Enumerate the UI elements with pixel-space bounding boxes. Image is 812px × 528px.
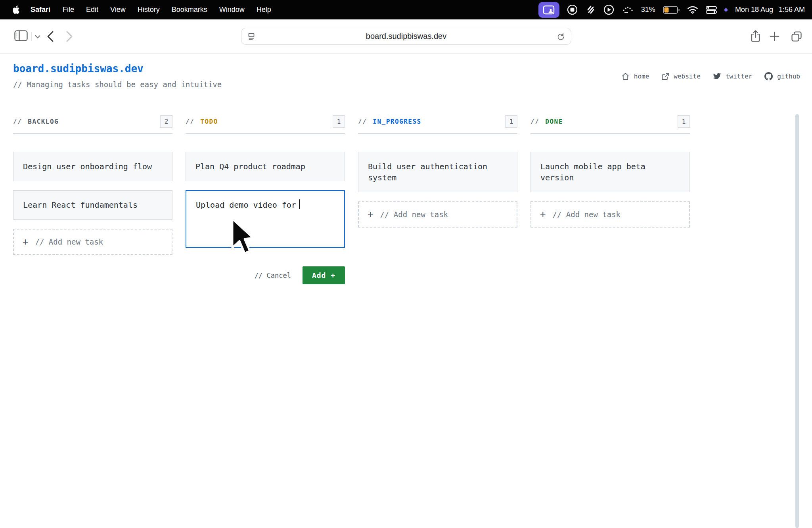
text-caret [299,199,300,209]
page-scrollbar[interactable] [795,114,799,528]
menu-safari[interactable]: Safari [24,6,57,14]
date-label: Mon 18 Aug [735,6,773,14]
control-center-icon[interactable] [706,6,717,14]
add-task-label: // Add new task [35,237,103,246]
column-header: // TODO 1 [186,115,345,128]
column-rule [358,133,517,134]
menu-bookmarks[interactable]: Bookmarks [166,6,213,14]
voice-control-icon[interactable] [585,4,596,15]
column-label: TODO [200,118,218,125]
apple-menu-icon[interactable] [13,6,19,14]
page-tagline: // Managing tasks should be easy and int… [13,80,222,89]
count-badge: 1 [333,115,345,128]
menu-file[interactable]: File [57,6,80,14]
url-text: board.sudipbiswas.dev [366,32,446,41]
column-label: IN_PROGRESS [373,118,421,125]
nav-label: website [674,73,700,80]
column-todo: // TODO 1 Plan Q4 product roadmap Upload… [186,115,345,284]
dictation-dots-icon[interactable] [622,5,634,15]
toolbar-divider [31,32,32,41]
column-backlog: // BACKLOG 2 Design user onboarding flow… [13,115,172,255]
add-task-button[interactable]: + // Add new task [13,229,172,255]
home-icon [621,72,630,80]
task-card[interactable]: Launch mobile app beta version [530,152,690,192]
nav-link-website[interactable]: website [661,73,700,80]
time-label: 1:56 AM [779,6,805,14]
reload-icon[interactable] [557,33,565,41]
chevron-down-icon[interactable] [35,35,40,38]
menu-view[interactable]: View [104,6,132,14]
menu-window[interactable]: Window [213,6,251,14]
nav-link-github[interactable]: github [764,72,800,80]
column-header: // DONE 1 [530,115,690,128]
new-task-input[interactable]: Upload demo video for [186,190,345,248]
add-task-button[interactable]: + // Add new task [530,201,690,228]
forward-button[interactable] [65,31,73,42]
nav-label: github [777,73,800,80]
nav-label: home [634,73,649,80]
column-rule [530,133,690,134]
column-label: DONE [545,118,563,125]
address-bar[interactable]: board.sudipbiswas.dev [241,28,571,45]
column-header: // BACKLOG 2 [13,115,172,128]
sidebar-toggle-icon[interactable] [14,30,28,41]
board-page: board.sudipbiswas.dev // Managing tasks … [0,54,812,528]
column-rule [186,133,345,134]
screen-sharing-icon[interactable] [538,2,559,18]
battery-percent: 31% [641,6,655,14]
task-card[interactable]: Learn React fundamentals [13,190,172,220]
menu-help[interactable]: Help [251,6,277,14]
new-task-actions: // Cancel Add + [186,266,345,284]
task-card[interactable]: Design user onboarding flow [13,152,172,181]
play-status-icon[interactable] [603,4,614,15]
plus-icon: + [540,210,546,219]
status-dot [724,8,728,11]
column-in-progress: // IN_PROGRESS 1 Build user authenticati… [358,115,517,228]
back-button[interactable] [46,31,54,42]
battery-icon [663,6,680,14]
add-task-label: // Add new task [552,210,620,219]
add-task-button[interactable]: + // Add new task [358,201,517,228]
macos-menu-bar: Safari File Edit View History Bookmarks … [0,0,812,19]
menu-bar-clock[interactable]: Mon 18 Aug 1:56 AM [735,6,805,14]
tab-overview-icon[interactable] [791,31,802,42]
count-badge: 1 [678,115,690,128]
plus-icon: + [23,237,28,247]
twitter-icon [713,73,721,80]
column-rule [13,133,172,134]
column-header: // IN_PROGRESS 1 [358,115,517,128]
screen-record-stop-icon[interactable] [567,4,578,15]
column-done: // DONE 1 Launch mobile app beta version… [530,115,690,228]
github-icon [764,72,773,80]
column-prefix: // [13,118,22,125]
share-icon[interactable] [751,30,760,42]
column-prefix: // [530,118,539,125]
add-task-label: // Add new task [380,210,448,219]
menu-edit[interactable]: Edit [80,6,104,14]
new-task-input-text: Upload demo video for [196,200,296,210]
new-tab-icon[interactable] [770,31,779,41]
column-prefix: // [358,118,367,125]
cancel-button[interactable]: // Cancel [255,272,291,279]
page-title[interactable]: board.sudipbiswas.dev [13,63,144,75]
task-card[interactable]: Build user authentication system [358,152,517,192]
task-card[interactable]: Plan Q4 product roadmap [186,152,345,181]
page-format-icon[interactable] [248,33,256,40]
wifi-icon[interactable] [687,6,698,14]
page-nav: home website twitter github [621,72,800,80]
menu-history[interactable]: History [132,6,166,14]
nav-link-home[interactable]: home [621,72,649,80]
count-badge: 2 [160,115,172,128]
nav-label: twitter [726,73,752,80]
column-prefix: // [186,118,194,125]
nav-link-twitter[interactable]: twitter [713,73,752,80]
column-label: BACKLOG [28,118,59,125]
add-button[interactable]: Add + [303,266,345,284]
plus-icon: + [368,210,373,219]
count-badge: 1 [505,115,517,128]
external-link-icon [661,73,669,80]
kanban-board: // BACKLOG 2 Design user onboarding flow… [13,115,690,284]
browser-toolbar: board.sudipbiswas.dev [0,19,812,54]
